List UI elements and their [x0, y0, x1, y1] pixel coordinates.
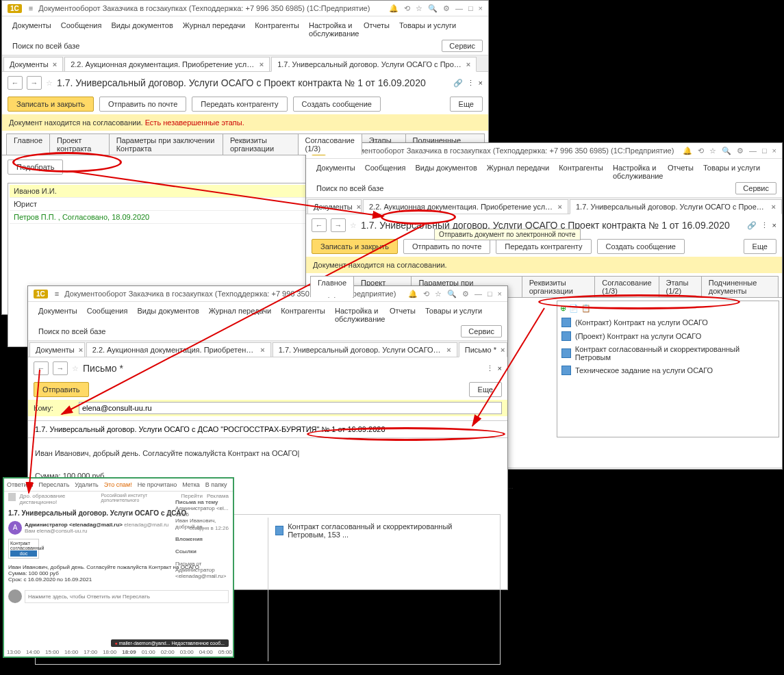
subject-input[interactable]	[35, 425, 501, 433]
notification[interactable]: ● mailer-daemon@yand... Недоставленное с…	[111, 639, 229, 647]
timeline: 13:0014:0015:00 16:0017:0018:00 18:0901:…	[7, 649, 232, 655]
doc-title: 1.7. Универсальный договор. Услуги ОСАГО…	[57, 77, 426, 88]
to-label: Кому:	[34, 404, 75, 412]
close-tab-icon[interactable]: ×	[53, 60, 57, 68]
file-item[interactable]: Техническое задание на услуги ОСАГО	[557, 364, 779, 377]
avatar: A	[8, 521, 22, 535]
close-doc-icon[interactable]: ×	[479, 79, 483, 87]
save-close-button[interactable]: Записать и закрыть	[8, 97, 94, 112]
forward-button[interactable]: Переслать	[38, 481, 69, 488]
window-title: Документооборот Заказчика в госзакупках …	[342, 147, 674, 155]
tab-documents[interactable]: Документы×	[3, 57, 63, 72]
delete-button[interactable]: Удалить	[75, 481, 98, 488]
mail-client: Ответить Переслать Удалить Это спам! Не …	[3, 477, 234, 658]
search-icon[interactable]: 🔍	[428, 4, 438, 13]
menu-settings[interactable]: Настройка и обслуживание	[304, 19, 359, 40]
reply-button[interactable]: Ответить	[7, 481, 33, 488]
files-panel: ⊕ 📄 📋 (Контракт) Контракт на услуги ОСАГ…	[557, 301, 779, 437]
subtab-requisites[interactable]: Реквизиты организации	[223, 133, 299, 155]
send-counterparty-button[interactable]: Передать контрагенту	[192, 97, 287, 112]
attachment-item[interactable]: Контракт согласованный и скорректированн…	[271, 520, 495, 541]
menu-messages[interactable]: Сообщения	[56, 19, 107, 40]
to-input[interactable]	[79, 402, 502, 414]
bell-icon[interactable]: 🔔	[389, 4, 399, 13]
menubar: Документы Сообщения Виды документов Журн…	[2, 16, 488, 55]
menu-search[interactable]: Поиск по всей базе	[8, 40, 84, 52]
minimize-icon[interactable]: —	[455, 4, 463, 13]
menu-goods[interactable]: Товары и услуги	[394, 19, 461, 40]
file-item[interactable]: (Контракт) Контракт на услуги ОСАГО	[557, 316, 779, 329]
service-button[interactable]: Сервис	[442, 40, 483, 52]
subtab-params[interactable]: Параметры при заключении Контракта	[109, 133, 223, 155]
forward-button[interactable]: →	[27, 76, 42, 90]
file-item-highlighted[interactable]: Контракт согласованный и скорректированн…	[557, 343, 779, 364]
file-item[interactable]: (Проект) Контракт на услуги ОСАГО	[557, 329, 779, 343]
kebab-icon[interactable]: ⋮	[467, 79, 475, 88]
tab-auction[interactable]: 2.2. Аукционная документация. Приобретен…	[64, 57, 270, 72]
subtab-project[interactable]: Проект контракта	[49, 133, 110, 155]
send-email-button-2[interactable]: Отправить по почте	[403, 239, 490, 254]
favorite-star-icon[interactable]: ☆	[46, 79, 53, 88]
tooltip: Отправить документ по электронной почте	[434, 229, 581, 240]
word-icon	[561, 318, 571, 327]
tab-contract[interactable]: 1.7. Универсальный договор. Услуги ОСАГО…	[271, 57, 477, 72]
pick-button[interactable]: Подобрать	[8, 160, 63, 175]
create-message-button[interactable]: Создать сообщение	[293, 97, 381, 112]
menu-transferlog[interactable]: Журнал передачи	[178, 19, 250, 40]
menu-doctypes[interactable]: Виды документов	[106, 19, 177, 40]
quick-reply[interactable]	[25, 590, 229, 603]
letter-title: Письмо *	[83, 363, 123, 374]
view-icon[interactable]: 📋	[581, 304, 591, 313]
menu-documents[interactable]: Документы	[8, 19, 56, 40]
close-icon[interactable]: ×	[479, 4, 483, 13]
link-icon[interactable]: 🔗	[453, 79, 463, 88]
more-button[interactable]: Еще	[450, 97, 483, 112]
scan-icon[interactable]: 📄	[569, 304, 579, 313]
add-icon[interactable]: ⊕	[560, 304, 566, 313]
history-icon[interactable]: ⟲	[404, 4, 410, 13]
spam-button[interactable]: Это спам!	[104, 481, 132, 488]
menu-reports[interactable]: Отчеты	[359, 19, 394, 40]
menu-counterparties[interactable]: Контрагенты	[250, 19, 304, 40]
back-button[interactable]: ←	[8, 76, 23, 90]
hamburger-icon[interactable]: ≡	[26, 3, 36, 13]
mail-attachment[interactable]: Контракт согласованный doc	[8, 539, 39, 559]
subtab-main[interactable]: Главное	[6, 133, 50, 155]
titlebar: 1C ≡ Документооборот Заказчика в госзаку…	[2, 1, 488, 16]
settings-icon[interactable]: ⚙	[443, 4, 450, 13]
document-tabs: Документы× 2.2. Аукционная документация.…	[2, 55, 488, 72]
send-button[interactable]: Отправить	[34, 382, 89, 397]
maximize-icon[interactable]: □	[468, 4, 473, 13]
star-icon[interactable]: ☆	[416, 4, 422, 13]
send-email-button[interactable]: Отправить по почте	[99, 97, 186, 112]
window-title: Документооборот Заказчика в госзакупках …	[38, 4, 370, 12]
subtab-approval[interactable]: Согласование (1/3)	[298, 133, 362, 155]
logo-1c: 1C	[8, 4, 22, 13]
warning-bar: Документ находится на согласовании. Есть…	[2, 114, 488, 131]
